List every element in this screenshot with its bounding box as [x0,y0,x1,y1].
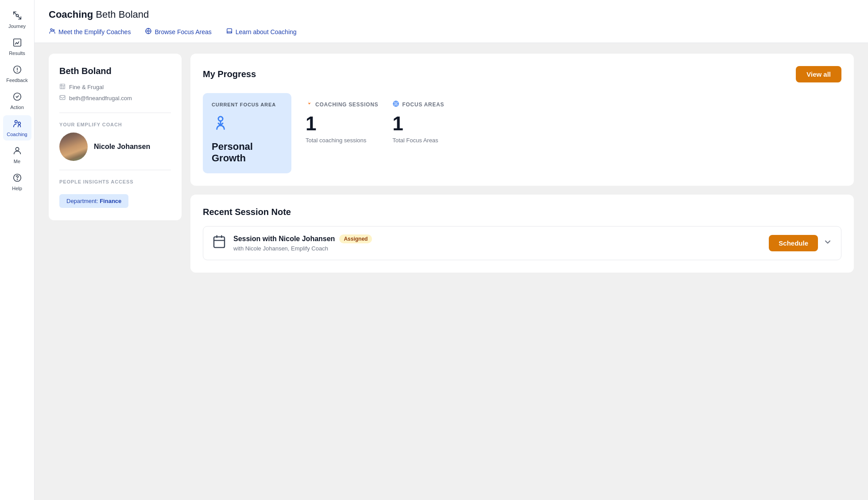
access-badge: Department: Finance [59,194,128,208]
me-icon [12,146,22,157]
nav-learn-coaching[interactable]: Learn about Coaching [226,27,297,43]
session-sub: with Nicole Johansen, Emplify Coach [233,245,762,252]
main-content: Coaching Beth Boland Meet the Emplify Co… [35,0,868,500]
session-name-row: Session with Nicole Johansen Assigned [233,234,762,243]
results-icon [12,38,22,49]
nav-meet-coaches[interactable]: Meet the Emplify Coaches [49,27,131,43]
sidebar-item-me-label: Me [14,159,20,164]
sidebar-item-help[interactable]: Help [3,169,31,195]
coaching-sessions-count: 1 [306,114,378,133]
right-panel: My Progress View all CURRENT FOCUS AREA [190,54,854,489]
divider-2 [59,170,171,170]
envelope-icon [59,94,66,102]
session-actions: Schedule [769,235,832,251]
svg-point-8 [17,180,17,180]
journey-icon [12,11,22,22]
sidebar-item-results[interactable]: Results [3,34,31,59]
coach-avatar [59,133,88,161]
progress-header: My Progress View all [203,66,841,82]
meet-coaches-icon [49,27,56,36]
focus-areas-desc: Total Focus Areas [392,137,444,144]
session-card-title: Recent Session Note [203,207,841,217]
svg-rect-13 [60,84,65,89]
sidebar-item-journey-label: Journey [8,23,26,29]
sidebar-item-coaching-label: Coaching [7,132,27,137]
coaching-sessions-desc: Total coaching sessions [306,137,378,144]
divider-1 [59,113,171,113]
profile-name: Beth Boland [59,66,171,76]
focus-areas-count: 1 [392,114,444,133]
action-icon [12,92,22,103]
profile-info: Fine & Frugal beth@fineandfrugal.com [59,83,171,102]
expand-session-button[interactable] [823,238,832,249]
svg-point-5 [18,122,20,125]
session-card: Recent Session Note Session with Nicole … [190,195,854,273]
svg-rect-19 [214,237,225,247]
progress-card: My Progress View all CURRENT FOCUS AREA [190,54,854,186]
svg-point-4 [15,121,17,123]
sidebar-item-me[interactable]: Me [3,142,31,168]
content-area: Beth Boland Fine & Frugal [35,43,868,500]
page-title: Coaching Beth Boland [49,9,854,20]
svg-point-10 [53,30,54,31]
sidebar-item-action-label: Action [10,105,24,110]
assigned-badge: Assigned [339,234,372,243]
target-icon [392,100,399,109]
coach-section-label: YOUR EMPLIFY COACH [59,122,171,127]
svg-point-12 [147,30,149,32]
coaching-icon [12,119,22,130]
sidebar-item-feedback[interactable]: Feedback [3,61,31,86]
focus-area-name: Personal Growth [212,141,283,164]
sidebar-item-journey[interactable]: Journey [3,7,31,32]
sidebar-item-help-label: Help [12,186,22,191]
browse-focus-icon [145,27,152,36]
progress-title: My Progress [203,69,256,79]
coach-info: Nicole Johansen [59,133,171,161]
page-header: Coaching Beth Boland Meet the Emplify Co… [35,0,868,43]
svg-point-6 [16,148,19,151]
schedule-button[interactable]: Schedule [769,235,818,251]
view-all-button[interactable]: View all [796,66,841,82]
svg-rect-14 [60,95,65,99]
session-name: Session with Nicole Johansen [233,235,335,243]
coach-name: Nicole Johansen [94,142,150,152]
person-growth-icon [212,114,283,136]
coaching-sessions-label: COACHING SESSIONS [306,100,378,109]
flame-icon [306,100,313,109]
help-icon [12,173,22,184]
company-info: Fine & Frugal [59,83,171,91]
svg-point-18 [396,103,396,104]
calendar-icon [212,234,226,252]
feedback-icon [12,65,22,76]
sidebar: Journey Results Feedback Action [0,0,35,500]
sidebar-item-results-label: Results [9,51,25,56]
svg-rect-1 [13,39,21,47]
focus-areas-label: FOCUS AREAS [392,100,444,109]
nav-browse-focus[interactable]: Browse Focus Areas [145,27,211,43]
learn-coaching-icon [226,27,233,36]
sidebar-item-action[interactable]: Action [3,88,31,113]
people-insights-label: PEOPLE INSIGHTS ACCESS [59,179,171,184]
coaching-sessions-stat: COACHING SESSIONS 1 Total coaching sessi… [306,93,378,151]
session-item: Session with Nicole Johansen Assigned wi… [203,226,841,260]
building-icon [59,83,66,91]
left-panel: Beth Boland Fine & Frugal [49,54,182,220]
focus-area-card: CURRENT FOCUS AREA Personal Growth [203,93,291,173]
svg-point-9 [50,29,52,31]
sidebar-item-feedback-label: Feedback [6,78,27,83]
email-info: beth@fineandfrugal.com [59,94,171,102]
progress-stats: CURRENT FOCUS AREA Personal Growth [203,93,841,173]
sidebar-item-coaching[interactable]: Coaching [3,115,31,141]
header-nav: Meet the Emplify Coaches Browse Focus Ar… [49,27,854,43]
session-info: Session with Nicole Johansen Assigned wi… [233,234,762,252]
focus-areas-stat: FOCUS AREAS 1 Total Focus Areas [392,93,444,151]
current-focus-label: CURRENT FOCUS AREA [212,102,283,107]
